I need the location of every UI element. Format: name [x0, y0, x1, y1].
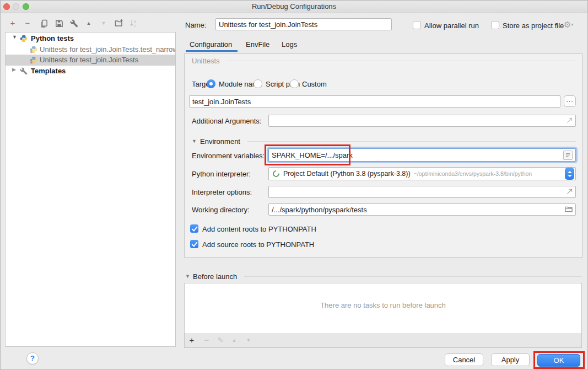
store-as-project-file-checkbox[interactable] — [491, 21, 499, 29]
expander-open-icon[interactable]: ▼ — [12, 34, 17, 40]
zoom-button[interactable] — [23, 3, 29, 10]
working-directory-input[interactable] — [268, 203, 576, 216]
folder-icon[interactable] — [564, 205, 573, 213]
tree-node-templates[interactable]: ▶ Templates — [6, 66, 175, 77]
plus-icon: + — [190, 335, 195, 345]
name-input[interactable] — [215, 18, 392, 30]
section-divider — [247, 141, 576, 142]
move-task-down-button: ▼ — [244, 335, 253, 345]
target-input[interactable] — [189, 95, 560, 108]
svg-text:a: a — [134, 19, 136, 23]
move-task-up-button: ▲ — [229, 335, 239, 345]
allow-parallel-run-checkbox[interactable] — [413, 21, 421, 29]
copy-configuration-button[interactable] — [39, 18, 48, 28]
active-tab-indicator — [186, 50, 238, 52]
sort-alpha-icon: az — [129, 19, 138, 28]
tree-item-label: Unittests for test_join.JoinTests.test_n… — [40, 46, 175, 53]
environment-variables-input[interactable] — [268, 148, 576, 162]
arrow-up-icon: ▲ — [232, 335, 237, 345]
unittests-group-title: Unittests — [192, 57, 220, 65]
expand-field-icon[interactable] — [566, 117, 573, 124]
radio-custom-label: Custom — [302, 80, 327, 89]
radio-script-path[interactable] — [253, 79, 262, 88]
radio-custom[interactable] — [290, 79, 299, 88]
dropdown-stepper-icon[interactable] — [565, 168, 574, 180]
before-launch-toolbar: + − ✎ ▲ ▼ — [184, 333, 582, 348]
additional-arguments-label: Additional Arguments: — [192, 117, 261, 126]
python-test-icon — [30, 46, 37, 53]
add-configuration-button[interactable]: + — [8, 18, 18, 28]
pencil-icon: ✎ — [218, 335, 224, 345]
configurations-tree: ▼ Python tests Unittests for test_join.J… — [5, 32, 176, 347]
tree-root-label: Python tests — [31, 35, 74, 42]
add-source-roots-checkbox[interactable] — [190, 240, 198, 248]
sort-configurations-button: az — [128, 18, 138, 28]
close-button[interactable] — [3, 3, 10, 10]
name-label: Name: — [185, 21, 206, 30]
add-task-button[interactable]: + — [187, 335, 197, 345]
section-divider — [244, 276, 582, 277]
cancel-button[interactable]: Cancel — [445, 353, 483, 366]
new-folder-icon — [115, 19, 123, 28]
wrench-icon — [70, 19, 78, 28]
arrow-down-icon: ▼ — [246, 335, 251, 345]
minus-icon: − — [25, 18, 30, 28]
environment-section-title: Environment — [200, 137, 240, 146]
svg-text:z: z — [134, 24, 136, 28]
title-bar: Run/Debug Configurations — [1, 1, 587, 13]
add-content-roots-label: Add content roots to PYTHONPATH — [202, 225, 316, 234]
create-folder-button[interactable] — [114, 18, 124, 28]
add-source-roots-label: Add source roots to PYTHONPATH — [202, 240, 314, 249]
question-mark-icon: ? — [30, 354, 35, 362]
apply-button[interactable]: Apply — [491, 353, 530, 366]
expander-closed-icon[interactable]: ▶ — [12, 67, 16, 72]
interpreter-options-label: Interpreter options: — [192, 188, 252, 197]
python-interpreter-select[interactable]: Project Default (Python 3.8 (pyspark-3.8… — [268, 167, 576, 180]
chevron-down-icon: ▾ — [571, 22, 573, 27]
conda-environment-icon — [272, 169, 281, 179]
save-configuration-button[interactable] — [54, 18, 64, 28]
interpreter-name: Project Default (Python 3.8 (pyspark-3.8… — [283, 170, 411, 178]
before-launch-empty-text: There are no tasks to run before launch — [185, 301, 581, 309]
minus-icon: − — [204, 335, 209, 345]
store-options-button[interactable]: ⚙▾ — [564, 20, 573, 29]
tree-root-python-tests[interactable]: ▼ Python tests — [6, 33, 175, 44]
tree-item-label: Unittests for test_join.JoinTests — [40, 56, 138, 64]
remove-configuration-button[interactable]: − — [23, 18, 33, 28]
window-title: Run/Debug Configurations — [1, 1, 587, 13]
run-debug-configurations-dialog: Run/Debug Configurations + − ▲ ▼ az ▼ Py… — [0, 0, 588, 370]
environment-collapse-icon[interactable]: ▼ — [192, 138, 197, 144]
environment-variables-label: Environment variables: — [192, 152, 265, 160]
tab-configuration[interactable]: Configuration — [190, 40, 232, 49]
wrench-icon — [20, 67, 28, 75]
tree-item-jointests-selected[interactable]: Unittests for test_join.JoinTests — [6, 55, 175, 66]
expand-field-icon[interactable] — [566, 188, 573, 195]
save-icon — [55, 19, 63, 28]
copy-icon — [40, 19, 48, 28]
ok-button[interactable]: OK — [537, 354, 580, 367]
interpreter-options-input[interactable] — [268, 186, 576, 198]
browse-target-button[interactable]: ... — [564, 95, 576, 107]
additional-arguments-input[interactable] — [268, 115, 576, 127]
gear-icon: ⚙ — [564, 20, 571, 29]
interpreter-path: ~/opt/miniconda3/envs/pyspark-3.8/bin/py… — [414, 170, 565, 177]
list-icon — [565, 152, 571, 158]
help-button[interactable]: ? — [26, 352, 39, 364]
before-launch-collapse-icon[interactable]: ▼ — [185, 274, 190, 279]
edit-templates-button[interactable] — [69, 18, 79, 28]
edit-environment-variables-button[interactable] — [563, 151, 573, 160]
move-down-button: ▼ — [99, 18, 109, 28]
add-content-roots-checkbox[interactable] — [190, 224, 198, 233]
tab-envfile[interactable]: EnvFile — [246, 40, 269, 49]
python-test-icon — [30, 56, 37, 64]
move-up-button[interactable]: ▲ — [84, 18, 94, 28]
radio-module-name[interactable] — [207, 79, 215, 88]
minimize-button — [13, 3, 19, 10]
plus-icon: + — [10, 18, 15, 28]
allow-parallel-run-label: Allow parallel run — [424, 22, 479, 30]
working-directory-label: Working directory: — [192, 206, 250, 215]
arrow-up-icon: ▲ — [87, 18, 91, 28]
templates-label: Templates — [31, 67, 66, 75]
tab-logs[interactable]: Logs — [282, 40, 297, 49]
tree-item-test-narrow[interactable]: Unittests for test_join.JoinTests.test_n… — [6, 44, 175, 55]
